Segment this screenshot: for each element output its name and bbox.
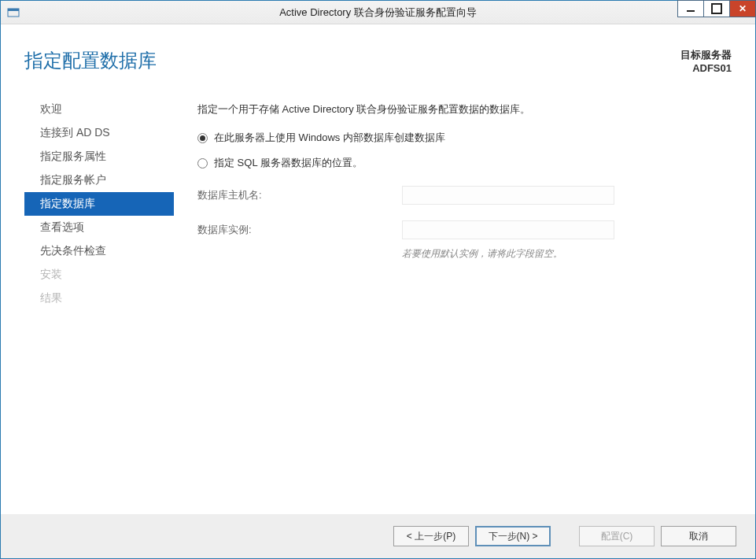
configure-button: 配置(C): [579, 526, 655, 546]
radio-option-wid[interactable]: 在此服务器上使用 Windows 内部数据库创建数据库: [197, 131, 724, 145]
hostname-row: 数据库主机名:: [197, 186, 724, 205]
sidebar-item-connect-adds[interactable]: 连接到 AD DS: [24, 121, 174, 145]
title-bar[interactable]: Active Directory 联合身份验证服务配置向导: [1, 1, 755, 24]
sidebar-item-service-properties[interactable]: 指定服务属性: [24, 145, 174, 168]
target-server-box: 目标服务器 ADFS01: [680, 48, 732, 74]
button-label: < 上一步(P): [407, 530, 455, 543]
button-label: 下一步(N) >: [489, 530, 538, 543]
app-icon: [7, 6, 20, 19]
window-buttons: [677, 1, 755, 24]
previous-button[interactable]: < 上一步(P): [393, 526, 469, 546]
body-area: 指定配置数据库 目标服务器 ADFS01 欢迎 连接到 AD DS 指定服务属性…: [1, 24, 755, 514]
sidebar-item-database[interactable]: 指定数据库: [24, 192, 174, 216]
radio-icon: [197, 158, 208, 168]
next-button[interactable]: 下一步(N) >: [475, 526, 551, 546]
radio-label-wid: 在此服务器上使用 Windows 内部数据库创建数据库: [214, 131, 445, 145]
radio-label-sql: 指定 SQL 服务器数据库的位置。: [214, 156, 363, 170]
hostname-label: 数据库主机名:: [197, 188, 402, 202]
target-server-value: ADFS01: [680, 62, 732, 74]
wizard-sidebar: 欢迎 连接到 AD DS 指定服务属性 指定服务帐户 指定数据库 查看选项 先决…: [1, 98, 174, 514]
description-text: 指定一个用于存储 Active Directory 联合身份验证服务配置数据的数…: [197, 102, 724, 117]
footer-bar: < 上一步(P) 下一步(N) > 配置(C) 取消: [1, 514, 755, 558]
sidebar-item-review[interactable]: 查看选项: [24, 216, 174, 239]
instance-hint: 若要使用默认实例，请将此字段留空。: [402, 247, 724, 261]
content-row: 欢迎 连接到 AD DS 指定服务属性 指定服务帐户 指定数据库 查看选项 先决…: [1, 82, 755, 514]
instance-label: 数据库实例:: [197, 223, 402, 237]
radio-icon: [197, 133, 208, 143]
maximize-button[interactable]: [703, 0, 730, 17]
sidebar-item-install: 安装: [24, 263, 174, 287]
sidebar-item-service-account[interactable]: 指定服务帐户: [24, 168, 174, 192]
sidebar-item-results: 结果: [24, 287, 174, 310]
instance-row: 数据库实例:: [197, 220, 724, 239]
header-row: 指定配置数据库 目标服务器 ADFS01: [1, 24, 755, 82]
hostname-input: [402, 186, 614, 205]
button-label: 配置(C): [601, 530, 633, 543]
main-panel: 指定一个用于存储 Active Directory 联合身份验证服务配置数据的数…: [174, 98, 755, 514]
svg-rect-1: [8, 9, 19, 11]
button-label: 取消: [689, 530, 708, 543]
minimize-button[interactable]: [677, 0, 704, 17]
instance-input: [402, 220, 614, 239]
sidebar-item-welcome[interactable]: 欢迎: [24, 98, 174, 121]
close-button[interactable]: [729, 0, 756, 17]
radio-option-sql[interactable]: 指定 SQL 服务器数据库的位置。: [197, 156, 724, 170]
target-server-label: 目标服务器: [680, 48, 732, 62]
window-title: Active Directory 联合身份验证服务配置向导: [1, 6, 755, 20]
cancel-button[interactable]: 取消: [661, 526, 736, 546]
page-title: 指定配置数据库: [24, 48, 157, 73]
sidebar-item-prereq[interactable]: 先决条件检查: [24, 239, 174, 263]
wizard-window: Active Directory 联合身份验证服务配置向导 指定配置数据库 目标…: [0, 0, 756, 559]
